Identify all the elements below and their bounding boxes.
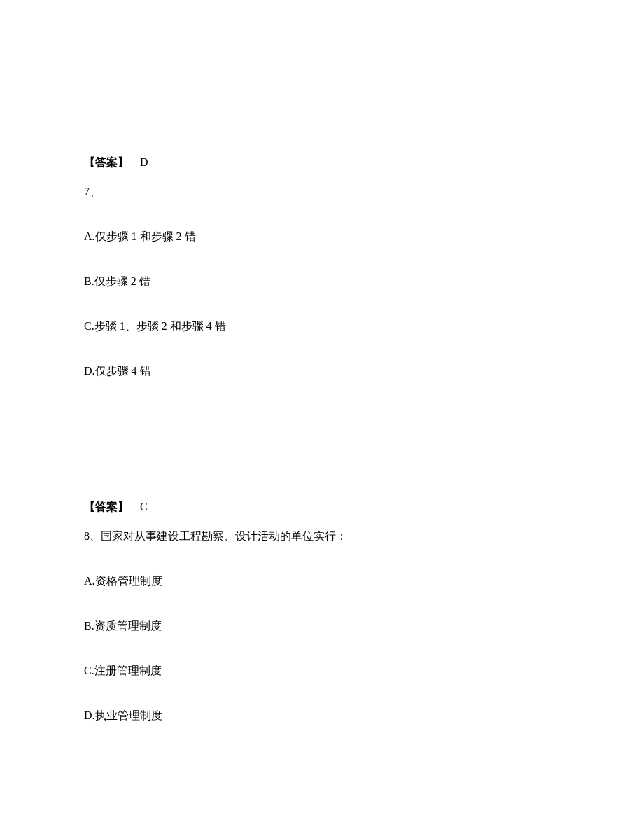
question-8-option-c: C.注册管理制度 [84,662,560,679]
answer-6-label: 【答案】 [84,156,129,168]
answer-7-label: 【答案】 [84,501,129,513]
answer-6-value: D [140,156,148,168]
answer-7-value: C [140,501,148,513]
question-7-option-d: D.仅步骤 4 错 [84,363,560,380]
question-7-option-b: B.仅步骤 2 错 [84,273,560,290]
question-8-option-a: A.资格管理制度 [84,573,560,590]
question-8-option-d: D.执业管理制度 [84,707,560,724]
question-7-option-c: C.步骤 1、步骤 2 和步骤 4 错 [84,318,560,335]
document-content: 【答案】 D 7、 A.仅步骤 1 和步骤 2 错 B.仅步骤 2 错 C.步骤… [0,0,644,724]
answer-7-line: 【答案】 C [84,499,560,515]
question-7-number: 7、 [84,183,560,200]
question-7-option-a: A.仅步骤 1 和步骤 2 错 [84,228,560,245]
question-8-text: 8、国家对从事建设工程勘察、设计活动的单位实行： [84,528,560,545]
question-8-option-b: B.资质管理制度 [84,618,560,634]
answer-6-line: 【答案】 D [84,154,560,171]
